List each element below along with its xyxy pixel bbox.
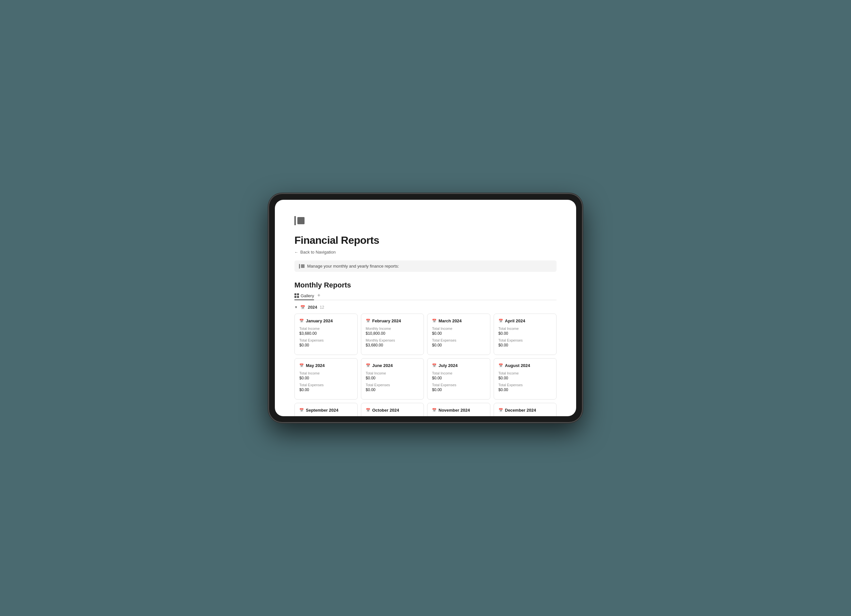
card-month-title: July 2024 bbox=[439, 363, 458, 368]
month-card[interactable]: 📅 November 2024 Total Income $0.00 Total… bbox=[427, 403, 490, 416]
back-to-navigation-link[interactable]: ← Back to Navigation bbox=[295, 249, 556, 255]
year-count: 12 bbox=[320, 305, 324, 310]
card-calendar-icon: 📅 bbox=[499, 364, 503, 368]
month-card[interactable]: 📅 August 2024 Total Income $0.00 Total E… bbox=[494, 358, 557, 400]
month-card[interactable]: 📅 October 2024 Total Income $0.00 Total … bbox=[361, 403, 424, 416]
monthly-cards-grid: 📅 January 2024 Total Income $3,680.00 To… bbox=[295, 314, 556, 416]
calendar-icon: 📅 bbox=[300, 305, 305, 310]
year-label: 2024 bbox=[308, 305, 317, 310]
card-month-title: October 2024 bbox=[372, 408, 399, 413]
banner-logo-icon bbox=[299, 264, 305, 269]
card-calendar-icon: 📅 bbox=[299, 408, 304, 412]
card-month-title: November 2024 bbox=[439, 408, 470, 413]
year-group-header: ▼ 📅 2024 12 bbox=[295, 305, 556, 310]
back-arrow-icon: ← bbox=[295, 250, 298, 255]
page-content: Financial Reports ← Back to Navigation M… bbox=[275, 200, 576, 416]
card-expense-label: Monthly Expenses bbox=[366, 338, 419, 342]
logo-bar bbox=[295, 216, 296, 225]
card-header: 📅 January 2024 bbox=[299, 319, 353, 323]
month-card[interactable]: 📅 May 2024 Total Income $0.00 Total Expe… bbox=[295, 358, 358, 400]
card-month-title: May 2024 bbox=[306, 363, 325, 368]
logo-area bbox=[295, 216, 556, 225]
card-expense-label: Total Expenses bbox=[499, 383, 552, 387]
banner-bar bbox=[299, 264, 300, 269]
card-calendar-icon: 📅 bbox=[299, 319, 304, 323]
logo-square bbox=[297, 217, 305, 224]
card-expense-value: $0.00 bbox=[432, 343, 486, 347]
gallery-tab-label: Gallery bbox=[301, 293, 314, 298]
card-expense-value: $0.00 bbox=[299, 388, 353, 392]
card-expense-value: $0.00 bbox=[499, 388, 552, 392]
card-expense-label: Total Expenses bbox=[499, 338, 552, 342]
card-calendar-icon: 📅 bbox=[499, 408, 503, 412]
month-card[interactable]: 📅 January 2024 Total Income $3,680.00 To… bbox=[295, 314, 358, 355]
card-month-title: March 2024 bbox=[439, 319, 462, 323]
banner-square bbox=[301, 264, 305, 268]
month-card[interactable]: 📅 April 2024 Total Income $0.00 Total Ex… bbox=[494, 314, 557, 355]
card-header: 📅 May 2024 bbox=[299, 363, 353, 368]
tab-row: Gallery + bbox=[295, 293, 556, 300]
card-header: 📅 March 2024 bbox=[432, 319, 486, 323]
card-expense-label: Total Expenses bbox=[432, 383, 486, 387]
card-header: 📅 April 2024 bbox=[499, 319, 552, 323]
card-header: 📅 February 2024 bbox=[366, 319, 419, 323]
page-title: Financial Reports bbox=[295, 234, 556, 246]
card-income-value: $0.00 bbox=[299, 376, 353, 380]
card-income-label: Monthly Income bbox=[366, 327, 419, 331]
card-income-value: $10,800.00 bbox=[366, 331, 419, 336]
card-income-label: Total Income bbox=[299, 371, 353, 375]
back-nav-label: Back to Navigation bbox=[300, 249, 335, 255]
card-income-label: Total Income bbox=[299, 327, 353, 331]
card-income-value: $0.00 bbox=[366, 376, 419, 380]
card-income-value: $0.00 bbox=[499, 376, 552, 380]
card-income-value: $0.00 bbox=[499, 331, 552, 336]
banner-text: Manage your monthly and yearly finance r… bbox=[307, 264, 399, 269]
card-calendar-icon: 📅 bbox=[366, 364, 370, 368]
gallery-icon bbox=[295, 293, 299, 298]
card-header: 📅 November 2024 bbox=[432, 408, 486, 413]
month-card[interactable]: 📅 December 2024 Total Income $0.00 Total… bbox=[494, 403, 557, 416]
card-month-title: February 2024 bbox=[372, 319, 401, 323]
card-calendar-icon: 📅 bbox=[299, 364, 304, 368]
card-month-title: December 2024 bbox=[505, 408, 536, 413]
card-calendar-icon: 📅 bbox=[499, 319, 503, 323]
month-card[interactable]: 📅 June 2024 Total Income $0.00 Total Exp… bbox=[361, 358, 424, 400]
month-card[interactable]: 📅 March 2024 Total Income $0.00 Total Ex… bbox=[427, 314, 490, 355]
card-calendar-icon: 📅 bbox=[366, 319, 370, 323]
month-card[interactable]: 📅 July 2024 Total Income $0.00 Total Exp… bbox=[427, 358, 490, 400]
month-card[interactable]: 📅 February 2024 Monthly Income $10,800.0… bbox=[361, 314, 424, 355]
card-calendar-icon: 📅 bbox=[366, 408, 370, 412]
card-income-label: Total Income bbox=[499, 371, 552, 375]
card-month-title: September 2024 bbox=[306, 408, 338, 413]
card-header: 📅 July 2024 bbox=[432, 363, 486, 368]
card-header: 📅 August 2024 bbox=[499, 363, 552, 368]
card-expense-label: Total Expenses bbox=[432, 338, 486, 342]
card-calendar-icon: 📅 bbox=[432, 408, 437, 412]
device-screen: Financial Reports ← Back to Navigation M… bbox=[275, 200, 576, 416]
card-expense-label: Total Expenses bbox=[299, 338, 353, 342]
card-income-value: $0.00 bbox=[432, 376, 486, 380]
app-logo-icon bbox=[295, 216, 305, 225]
card-expense-value: $0.00 bbox=[299, 343, 353, 347]
year-toggle-icon[interactable]: ▼ bbox=[295, 305, 298, 309]
card-month-title: January 2024 bbox=[306, 319, 332, 323]
card-header: 📅 December 2024 bbox=[499, 408, 552, 413]
card-calendar-icon: 📅 bbox=[432, 364, 437, 368]
monthly-reports-title: Monthly Reports bbox=[295, 281, 556, 289]
add-view-button[interactable]: + bbox=[317, 293, 320, 298]
gallery-tab[interactable]: Gallery bbox=[295, 293, 314, 300]
card-expense-value: $0.00 bbox=[432, 388, 486, 392]
card-income-label: Total Income bbox=[432, 327, 486, 331]
card-income-label: Total Income bbox=[366, 371, 419, 375]
card-month-title: June 2024 bbox=[372, 363, 393, 368]
card-income-label: Total Income bbox=[499, 327, 552, 331]
card-income-value: $3,680.00 bbox=[299, 331, 353, 336]
card-header: 📅 October 2024 bbox=[366, 408, 419, 413]
info-banner: Manage your monthly and yearly finance r… bbox=[295, 260, 556, 272]
card-month-title: August 2024 bbox=[505, 363, 530, 368]
card-header: 📅 September 2024 bbox=[299, 408, 353, 413]
card-expense-label: Total Expenses bbox=[366, 383, 419, 387]
month-card[interactable]: 📅 September 2024 Total Income $0.00 Tota… bbox=[295, 403, 358, 416]
card-expense-value: $3,680.00 bbox=[366, 343, 419, 347]
card-month-title: April 2024 bbox=[505, 319, 525, 323]
